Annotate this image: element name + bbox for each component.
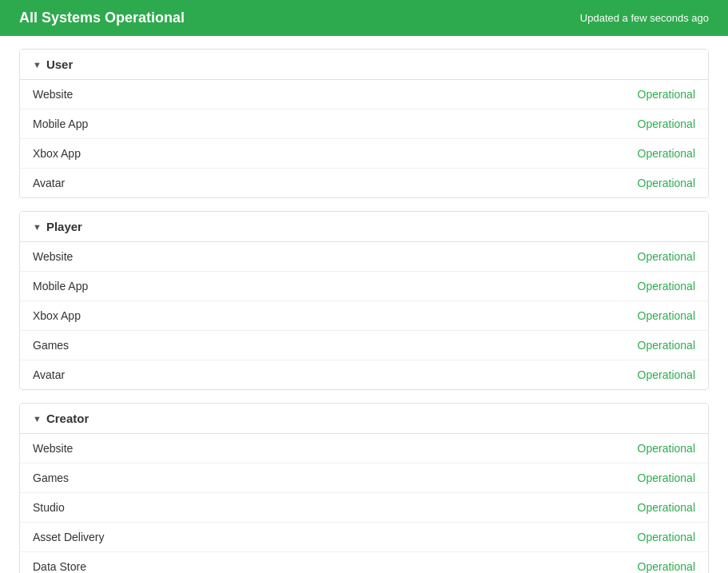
status-badge: Operational bbox=[638, 117, 695, 130]
section-player: ▼PlayerWebsiteOperationalMobile AppOpera… bbox=[19, 211, 709, 390]
status-badge: Operational bbox=[638, 339, 695, 352]
table-row: StudioOperational bbox=[20, 493, 708, 523]
row-label: Mobile App bbox=[33, 280, 88, 292]
table-row: Xbox AppOperational bbox=[20, 139, 708, 169]
content: ▼UserWebsiteOperationalMobile AppOperati… bbox=[0, 36, 728, 573]
row-label: Studio bbox=[33, 501, 65, 514]
section-header-creator[interactable]: ▼Creator bbox=[20, 404, 708, 434]
status-badge: Operational bbox=[638, 501, 695, 514]
section-label-player: Player bbox=[46, 220, 82, 233]
chevron-user-icon: ▼ bbox=[33, 60, 42, 70]
status-badge: Operational bbox=[638, 472, 695, 484]
table-row: Mobile AppOperational bbox=[20, 109, 708, 139]
status-badge: Operational bbox=[638, 177, 695, 189]
row-label: Data Store bbox=[33, 560, 86, 573]
table-row: Mobile AppOperational bbox=[20, 272, 708, 301]
status-badge: Operational bbox=[638, 531, 695, 543]
table-row: AvatarOperational bbox=[20, 169, 708, 197]
section-header-player[interactable]: ▼Player bbox=[20, 212, 708, 242]
status-badge: Operational bbox=[638, 88, 695, 101]
row-label: Website bbox=[33, 442, 73, 455]
status-badge: Operational bbox=[638, 560, 695, 573]
section-label-user: User bbox=[46, 58, 73, 71]
header-title: All Systems Operational bbox=[19, 10, 185, 26]
table-row: Xbox AppOperational bbox=[20, 301, 708, 331]
row-label: Avatar bbox=[33, 368, 65, 381]
row-label: Website bbox=[33, 250, 73, 263]
table-row: GamesOperational bbox=[20, 331, 708, 360]
table-row: WebsiteOperational bbox=[20, 242, 708, 272]
chevron-player-icon: ▼ bbox=[33, 222, 42, 232]
header-updated: Updated a few seconds ago bbox=[580, 12, 709, 24]
section-header-user[interactable]: ▼User bbox=[20, 50, 708, 80]
status-badge: Operational bbox=[638, 280, 695, 292]
row-label: Avatar bbox=[33, 177, 65, 189]
row-label: Asset Delivery bbox=[33, 531, 104, 543]
table-row: WebsiteOperational bbox=[20, 80, 708, 109]
row-label: Website bbox=[33, 88, 73, 101]
section-user: ▼UserWebsiteOperationalMobile AppOperati… bbox=[19, 49, 709, 198]
row-label: Games bbox=[33, 339, 69, 352]
status-badge: Operational bbox=[638, 147, 695, 160]
table-row: GamesOperational bbox=[20, 464, 708, 493]
status-badge: Operational bbox=[638, 442, 695, 455]
row-label: Xbox App bbox=[33, 309, 81, 322]
status-badge: Operational bbox=[638, 250, 695, 263]
table-row: WebsiteOperational bbox=[20, 434, 708, 464]
row-label: Mobile App bbox=[33, 117, 88, 130]
status-badge: Operational bbox=[638, 309, 695, 322]
header-banner: All Systems Operational Updated a few se… bbox=[0, 0, 728, 36]
section-creator: ▼CreatorWebsiteOperationalGamesOperation… bbox=[19, 403, 709, 573]
chevron-creator-icon: ▼ bbox=[33, 414, 42, 424]
row-label: Games bbox=[33, 472, 69, 484]
table-row: Data StoreOperational bbox=[20, 552, 708, 573]
table-row: AvatarOperational bbox=[20, 360, 708, 389]
section-label-creator: Creator bbox=[46, 412, 89, 425]
table-row: Asset DeliveryOperational bbox=[20, 523, 708, 552]
row-label: Xbox App bbox=[33, 147, 81, 160]
status-badge: Operational bbox=[638, 368, 695, 381]
